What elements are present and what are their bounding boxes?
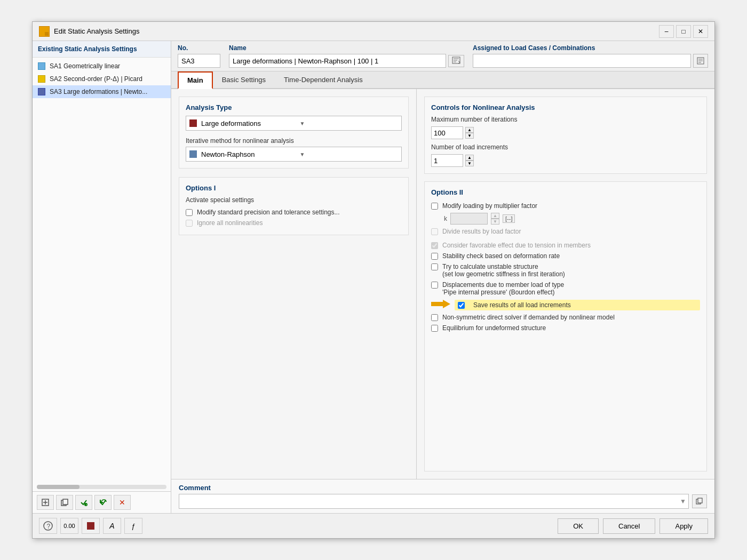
load-inc-input[interactable] [431,154,463,167]
analysis-type-value: Large deformations [201,119,300,127]
load-inc-down[interactable]: ▼ [465,161,474,166]
iterative-label: Iterative method for nonlinear analysis [186,137,402,145]
equilibrium-label: Equilibrium for undeformed structure [442,324,546,332]
comment-input[interactable] [179,494,678,508]
precision-checkbox[interactable] [186,209,193,216]
options-i-section: Options I Activate special settings Modi… [179,177,409,235]
delete-button[interactable]: ✕ [114,495,131,510]
iterative-value: Newton-Raphson [201,150,300,158]
iterative-dropdown[interactable]: Newton-Raphson ▼ [186,147,402,162]
k-up[interactable]: ▲ [491,213,499,219]
comment-dropdown-arrow: ▼ [678,498,688,505]
non-symmetric-checkbox[interactable] [431,314,438,321]
main-window: Edit Static Analysis Settings – □ ✕ Exis… [32,21,715,539]
load-inc-up[interactable]: ▲ [465,155,474,161]
zero-button[interactable]: 0.00 [60,518,78,534]
ok-button[interactable]: OK [558,518,599,534]
displacements-checkbox[interactable] [431,282,438,289]
svg-rect-0 [40,27,44,31]
divide-results-checkbox[interactable] [431,228,438,235]
edit-name-button[interactable] [448,55,464,67]
try-unstable-label: Try to calculate unstable structure(set … [442,263,565,278]
k-down[interactable]: ▼ [491,219,499,225]
title-bar-controls: – □ ✕ [659,25,708,38]
title-bar: Edit Static Analysis Settings – □ ✕ [33,22,714,41]
function-button[interactable]: ƒ [124,518,142,534]
sidebar-item-sa2[interactable]: SA2 Second-order (P-Δ) | Picard [33,73,171,85]
window-title: Edit Static Analysis Settings [54,27,139,35]
svg-rect-8 [63,499,68,505]
activate-label: Activate special settings [186,196,402,204]
consider-favorable-checkbox[interactable] [431,242,438,249]
try-unstable-row: Try to calculate unstable structure(set … [431,261,700,279]
precision-label: Modify standard precision and tolerance … [197,209,339,216]
k-label: k [444,215,447,222]
svg-rect-24 [87,522,94,530]
tabs-bar: Main Basic Settings Time-Dependent Analy… [171,71,714,89]
assign-button[interactable] [693,54,708,68]
arrow-icon [431,299,450,311]
max-iter-row: ▲ ▼ [431,126,700,139]
add-button[interactable] [37,495,54,510]
apply-button[interactable]: Apply [659,518,708,534]
save-results-checkbox[interactable] [458,302,465,309]
assign-section: Assigned to Load Cases / Combinations [473,44,708,68]
sa1-color-icon [38,62,45,70]
k-unit: [--] [503,214,515,223]
action-buttons: OK Cancel Apply [558,518,708,534]
sa3-color-icon [38,88,45,95]
bottom-bar: ? 0.00 A ƒ OK Cancel Apply [33,513,714,538]
name-input[interactable] [229,54,446,68]
tab-time[interactable]: Time-Dependent Analysis [275,71,372,89]
copy-button[interactable] [56,495,73,510]
nonlinear-row: Ignore all nonlinearities [186,218,402,228]
options-ii-section: Options II Modify loading by multiplier … [424,181,707,471]
max-iter-down[interactable]: ▼ [465,133,474,139]
load-inc-label: Number of load increments [431,143,700,151]
comment-title: Comment [179,484,707,492]
sa2-color-icon [38,75,45,83]
svg-rect-2 [45,27,49,31]
svg-marker-19 [431,300,450,308]
modify-loading-checkbox[interactable] [431,203,438,210]
max-iter-up[interactable]: ▲ [465,127,474,133]
sidebar-scrollbar[interactable] [37,485,166,489]
undo-button[interactable] [94,495,112,510]
bottom-icons: ? 0.00 A ƒ [39,518,142,534]
stability-checkbox[interactable] [431,253,438,260]
sidebar: Existing Static Analysis Settings SA1 Ge… [33,41,171,513]
comment-section: Comment ▼ [171,479,714,513]
max-iter-input[interactable] [431,126,463,139]
sidebar-item-sa3[interactable]: SA3 Large deformations | Newto... [33,85,171,98]
max-iter-label: Maximum number of iterations [431,116,700,123]
help-button[interactable]: ? [39,518,57,534]
analysis-type-color [189,119,197,127]
color-button[interactable] [82,518,100,534]
font-button[interactable]: A [103,518,121,534]
svg-rect-1 [40,32,44,36]
assign-input[interactable] [473,54,691,68]
comment-copy-button[interactable] [692,494,707,508]
minimize-button[interactable]: – [659,25,674,38]
no-input[interactable] [178,54,220,68]
options-ii-title: Options II [431,188,700,196]
equilibrium-checkbox[interactable] [431,325,438,332]
close-button[interactable]: ✕ [693,25,708,38]
sidebar-item-sa1[interactable]: SA1 Geometrically linear [33,60,171,73]
nonlinear-checkbox[interactable] [186,220,193,227]
svg-rect-3 [45,32,49,36]
tab-main[interactable]: Main [178,71,213,89]
controls-title: Controls for Nonlinear Analysis [431,103,700,111]
tab-basic[interactable]: Basic Settings [213,71,275,89]
k-input[interactable] [450,213,488,225]
maximize-button[interactable]: □ [676,25,691,38]
analysis-type-dropdown[interactable]: Large deformations ▼ [186,116,402,131]
divide-results-label: Divide results by load factor [442,228,521,235]
nonlinear-label: Ignore all nonlinearities [197,219,263,227]
try-unstable-checkbox[interactable] [431,263,438,270]
cancel-button[interactable]: Cancel [603,518,655,534]
controls-section: Controls for Nonlinear Analysis Maximum … [424,97,707,174]
stability-row: Stability check based on deformation rat… [431,251,700,261]
check-button[interactable]: ✓ [75,495,92,510]
equilibrium-row: Equilibrium for undeformed structure [431,323,700,333]
